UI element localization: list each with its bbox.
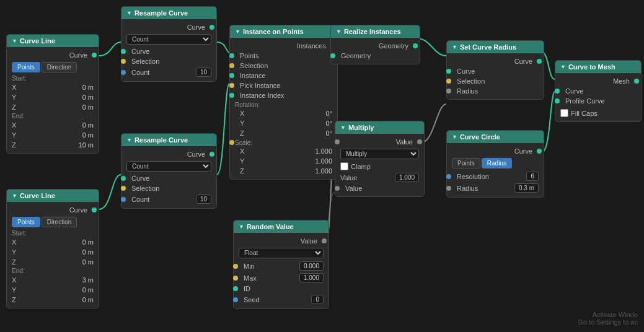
scr-output-socket[interactable] [537,59,542,64]
start-x-row-1: X0 m [12,82,94,92]
resample2-output-socket[interactable] [210,152,214,157]
rv-value-output: Value [239,237,324,245]
curve-line-2-header: ▼ Curve Line [7,190,99,202]
direction-tab-2[interactable]: Direction [42,217,77,227]
ctm-profile-in-socket[interactable] [555,98,560,103]
rv-type-select[interactable]: Float Integer Vector [239,248,324,258]
resample2-count-val[interactable]: 10 [196,194,211,204]
points-tab-2[interactable]: Points [12,217,40,227]
start-z-val-1: 0 m [69,103,94,111]
end-y-row-1: Y0 m [12,130,94,140]
iop-instance-socket[interactable] [229,73,234,78]
rv-max-socket[interactable] [233,276,238,281]
cc-output-socket[interactable] [537,149,542,154]
direction-tab-1[interactable]: Direction [42,62,77,72]
resample2-mode-select[interactable]: Count Length [126,161,211,172]
chevron-icon-rv: ▼ [239,224,244,230]
multiply-value2-socket[interactable] [335,186,340,191]
iop-instance-index-socket[interactable] [229,93,234,98]
cc-radius-val[interactable]: 0.3 m [514,183,539,193]
start-y-val-2: 0 m [69,248,94,256]
multiply-mode-select[interactable]: Multiply Add [340,149,419,159]
cc-radius-socket[interactable] [446,186,451,191]
resample1-output-socket[interactable] [210,25,214,30]
start-x-val-2: 0 m [69,238,94,246]
ri-output-socket[interactable] [413,43,418,48]
rv-output-socket[interactable] [322,238,327,243]
chevron-icon-r2: ▼ [126,137,132,143]
scr-curve-in-socket[interactable] [446,69,451,74]
ri-geometry-output: Geometry [336,42,415,50]
iop-selection-socket[interactable] [229,63,234,68]
start-z-row-2: Z0 m [12,257,94,267]
rv-min-socket[interactable] [233,264,238,269]
set-curve-radius-header: ▼ Set Curve Radius [447,41,544,53]
iop-points-label: Points [240,52,332,59]
ri-geometry-in-socket[interactable] [330,53,335,58]
multiply-clamp-label: Clamp [351,163,419,170]
ctm-curve-in-socket[interactable] [555,89,560,94]
watermark: Activate Windo Go to Settings to ac [578,311,638,326]
resample-1-header: ▼ Resample Curve [121,7,216,19]
iop-rot-z-label: Z [240,129,307,137]
curve-to-mesh-title: Curve to Mesh [568,63,615,71]
resample1-mode-select[interactable]: Count Length [126,34,211,45]
resample1-count-socket[interactable] [121,70,126,75]
ctm-output-socket[interactable] [634,79,639,84]
curve-line-1-tabs: Points Direction [12,62,94,72]
iop-rotation-label: Rotation: [235,100,332,108]
curve-line-node-2: ▼ Curve Line Curve Points Direction Star… [6,189,99,308]
resample1-count-val[interactable]: 10 [196,68,211,77]
set-curve-radius-node: ▼ Set Curve Radius Curve Curve Selection… [446,40,544,100]
cc-points-tab[interactable]: Points [452,158,480,168]
resample1-curve-output: Curve [126,24,211,31]
end-label-1: End: [12,112,94,120]
cc-resolution-socket[interactable] [446,174,451,179]
resample1-selection-socket[interactable] [121,59,126,64]
rv-max-val[interactable]: 1.000 [299,273,324,282]
chevron-icon-cc: ▼ [452,134,457,140]
multiply-title: Multiply [348,124,374,131]
rv-seed-socket[interactable] [233,297,238,302]
start-y-val-1: 0 m [69,94,94,101]
rv-max-label: Max [244,274,299,282]
resample2-count-label: Count [131,196,196,203]
rv-min-val[interactable]: 0.000 [299,261,324,271]
iop-scale-x-label: X [240,147,307,155]
ri-geometry-label: Geometry [341,52,415,59]
points-tab-1[interactable]: Points [12,62,40,72]
multiply-value-val[interactable]: 1.000 [395,173,419,182]
multiply-value-out-socket[interactable] [417,139,422,144]
end-x-row-1: X0 m [12,120,94,130]
set-curve-radius-title: Set Curve Radius [460,43,516,51]
cc-resolution-val[interactable]: 6 [526,172,539,181]
curve2-output-socket[interactable] [92,208,97,212]
resample2-curve-label: Curve [131,175,211,182]
resample2-selection-socket[interactable] [121,186,126,191]
scr-selection-socket[interactable] [446,79,451,84]
scr-radius-socket[interactable] [446,89,451,94]
rv-id-socket[interactable] [233,286,238,291]
curve-line-1-header: ▼ Curve Line [7,35,99,47]
iop-pick-instance-socket[interactable] [229,83,234,88]
chevron-icon-r1: ▼ [126,10,132,16]
curve-output-socket[interactable] [92,53,97,58]
resample2-curve-in-socket[interactable] [121,176,126,181]
cc-radius-tab[interactable]: Radius [482,158,512,168]
scr-curve-label: Curve [457,68,539,75]
resample1-curve-label: Curve [131,48,211,55]
multiply-clamp-checkbox[interactable] [340,162,348,170]
resample-curve-node-1: ▼ Resample Curve Curve Count Length Curv… [121,6,217,82]
resample1-curve-in-socket[interactable] [121,49,126,54]
iop-rot-y-label: Y [240,120,307,127]
start-z-row-1: Z0 m [12,102,94,112]
iop-points-socket[interactable] [229,53,234,58]
multiply-value-label: Value [340,174,395,181]
rv-seed-val[interactable]: 0 [311,295,324,304]
random-value-title: Random Value [247,223,294,230]
iop-scale-socket[interactable] [229,140,234,145]
instance-on-points-node: ▼ Instance on Points Instances Points Se… [229,25,338,180]
resample2-count-socket[interactable] [121,197,126,202]
multiply-value-in-socket[interactable] [335,139,340,144]
ctm-fill-caps-checkbox[interactable] [560,109,568,117]
